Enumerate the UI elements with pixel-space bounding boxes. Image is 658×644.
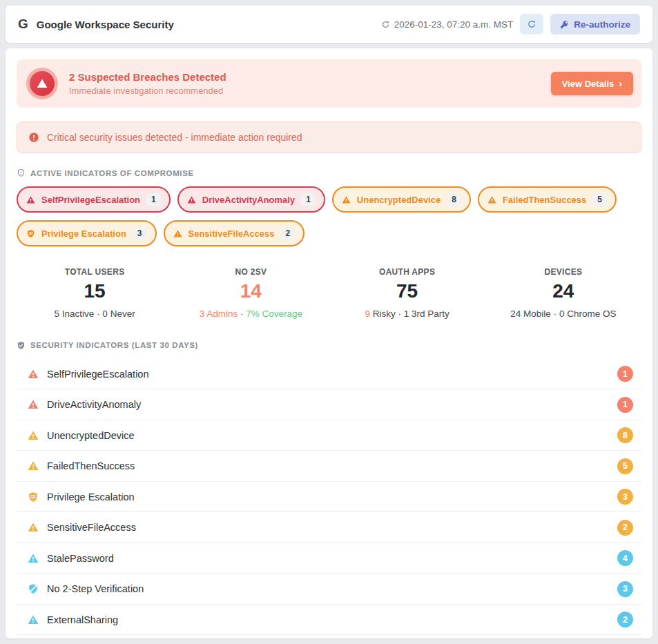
ioc-pill-list: SelfPrivilegeEscalation 1 DriveActivityA… [17,186,641,246]
stat-sub: 3 Admins · 7% Coverage [173,309,329,319]
ioc-pill[interactable]: SelfPrivilegeEscalation 1 [17,186,171,213]
critical-issues-banner: Critical security issues detected - imme… [17,121,641,153]
ioc-pill[interactable]: UnencryptedDevice 8 [332,186,471,213]
refresh-icon [527,19,536,29]
view-details-button[interactable]: View Details › [551,72,633,95]
stat-sub: 5 Inactive · 0 Never [17,309,173,319]
ioc-pill[interactable]: SensitiveFileAccess 2 [164,220,305,246]
indicator-label: ExternalSharing [47,614,609,625]
stat-sub-part: 3 Admins [200,309,238,319]
indicator-label: SensitiveFileAccess [47,522,609,533]
ioc-pill[interactable]: DriveActivityAnomaly 1 [177,186,325,213]
stat-label: NO 2SV [173,267,329,277]
ioc-pill-count: 8 [447,193,461,206]
warning-triangle-icon [28,369,39,380]
indicator-row[interactable]: ExternalSharing 2 [17,605,641,636]
stat-sub-part: · [238,309,246,319]
ioc-pill-label: UnencryptedDevice [357,195,441,205]
ioc-pill[interactable]: FailedThenSuccess 5 [478,186,617,213]
main-card: 2 Suspected Breaches Detected Immediate … [6,48,652,638]
breach-title: 2 Suspected Breaches Detected [69,71,540,83]
indicator-row[interactable]: Privilege Escalation 3 [17,482,641,513]
alert-badge [26,68,58,99]
shield-icon [26,229,35,238]
ioc-pill-count: 5 [592,193,607,206]
warning-triangle-icon [28,460,39,471]
alert-circle-icon [28,132,39,143]
indicator-row[interactable]: DriveActivityAnomaly 1 [17,389,641,420]
indicator-label: SelfPrivilegeEscalation [47,369,609,380]
indicator-count-badge: 5 [617,458,633,474]
page: G Google Workspace Security 2026-01-23, … [0,6,658,638]
security-indicators-title: SECURITY INDICATORS (LAST 30 DAYS) [30,341,198,349]
shield-alert-icon [17,168,26,177]
chevron-right-icon: › [619,78,622,89]
indicator-row[interactable]: StalePassword 4 [17,543,641,574]
indicator-label: StalePassword [47,553,609,564]
stat-sub-part: 7% Coverage [246,309,302,319]
stat-label: TOTAL USERS [17,267,173,277]
indicator-row[interactable]: UnencryptedDevice 8 [17,420,641,451]
ioc-pill-label: FailedThenSuccess [503,195,586,205]
breach-subtitle: Immediate investigation recommended [69,86,540,96]
reauthorize-button[interactable]: Re-authorize [550,14,640,35]
indicator-count-badge: 1 [617,366,633,382]
indicator-label: DriveActivityAnomaly [47,399,609,410]
stat-card: TOTAL USERS 15 5 Inactive · 0 Never [17,267,173,319]
stat-value: 24 [485,281,641,302]
ioc-pill-count: 3 [133,227,147,240]
stats-row: TOTAL USERS 15 5 Inactive · 0 Never NO 2… [17,267,641,319]
ioc-pill-count: 1 [301,193,316,206]
warning-triangle-icon [187,195,196,204]
indicator-label: Privilege Escalation [47,491,609,502]
security-indicators-header: SECURITY INDICATORS (LAST 30 DAYS) [17,341,641,350]
stat-card: OAUTH APPS 75 9 Risky · 1 3rd Party [329,267,485,319]
refresh-button[interactable] [520,14,543,35]
warning-triangle-icon [173,229,182,238]
indicator-row[interactable]: No 2-Step Verification 3 [17,574,641,605]
sync-icon [381,20,390,29]
indicator-label: No 2-Step Verification [47,583,609,594]
warning-triangle-icon [28,399,39,410]
indicator-label: UnencryptedDevice [47,430,609,441]
indicator-row[interactable]: SensitiveFileAccess 2 [17,512,641,543]
view-details-label: View Details [562,79,615,89]
stat-value: 14 [173,281,329,302]
warning-triangle-icon [28,430,39,441]
warning-triangle-icon [28,553,39,564]
key-icon [560,20,569,29]
stat-value: 75 [329,281,485,302]
indicator-count-badge: 2 [617,520,633,536]
indicator-count-badge: 1 [617,397,633,413]
ioc-pill-label: DriveActivityAnomaly [202,195,295,205]
indicator-row[interactable]: FailedThenSuccess 5 [17,451,641,482]
top-bar: G Google Workspace Security 2026-01-23, … [6,6,652,43]
warning-triangle-icon [487,195,496,204]
indicator-label: FailedThenSuccess [47,460,609,471]
stat-sub-part: Risky · 1 3rd Party [370,309,449,319]
topbar-actions: 2026-01-23, 07:20 a.m. MST Re-authorize [381,14,640,35]
indicator-row[interactable]: SelfPrivilegeEscalation 1 [17,359,641,390]
last-sync: 2026-01-23, 07:20 a.m. MST [381,19,514,30]
stat-label: DEVICES [485,267,641,277]
indicator-count-badge: 4 [617,550,633,566]
stat-sub-part: 5 Inactive · 0 Never [55,309,135,319]
last-sync-text: 2026-01-23, 07:20 a.m. MST [394,19,514,30]
indicator-count-badge: 2 [617,612,633,627]
ioc-pill[interactable]: Privilege Escalation 3 [17,220,157,246]
app-title: Google Workspace Security [37,19,174,30]
active-indicators-title: ACTIVE INDICATORS OF COMPROMISE [30,169,194,177]
ioc-pill-count: 2 [281,227,296,240]
google-logo-icon: G [18,17,28,32]
warning-triangle-icon [28,522,39,533]
warning-triangle-icon [26,195,35,204]
indicator-count-badge: 3 [617,581,633,597]
ioc-pill-label: SensitiveFileAccess [188,228,275,239]
active-indicators-header: ACTIVE INDICATORS OF COMPROMISE [17,168,641,177]
stat-sub: 9 Risky · 1 3rd Party [329,309,485,319]
stat-card: NO 2SV 14 3 Admins · 7% Coverage [173,267,329,319]
critical-message: Critical security issues detected - imme… [47,132,302,143]
alert-triangle-icon [37,78,48,89]
indicator-count-badge: 8 [617,427,633,443]
ioc-pill-label: SelfPrivilegeEscalation [41,195,140,205]
